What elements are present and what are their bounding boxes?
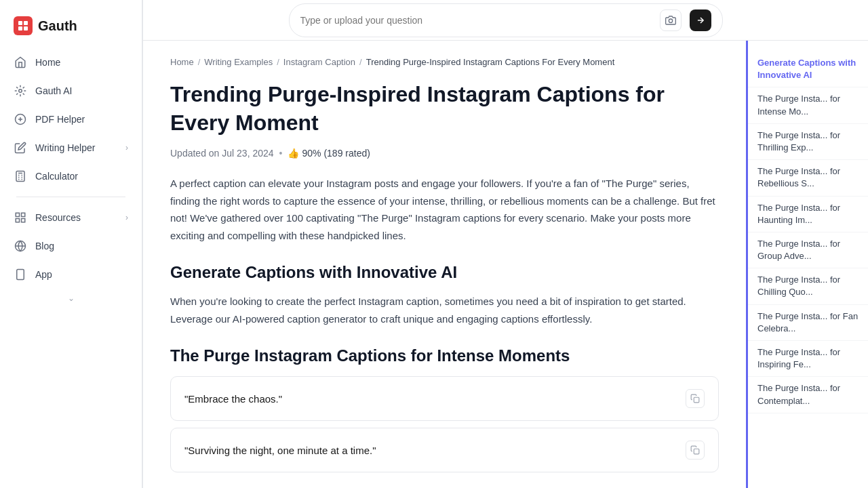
sidebar-item-home[interactable]: Home — [5, 49, 136, 76]
right-sidebar-item-7[interactable]: The Purge Insta... for Fan Celebra... — [748, 305, 868, 341]
sidebar-item-home-label: Home — [35, 57, 60, 68]
logo-icon — [14, 16, 33, 35]
sidebar-item-blog[interactable]: Blog — [5, 232, 136, 260]
right-sidebar: Generate Captions with Innovative AI The… — [746, 41, 868, 488]
breadcrumb-sep-2: / — [277, 57, 279, 67]
resources-icon — [14, 211, 27, 224]
svg-rect-1 — [24, 21, 28, 25]
right-sidebar-item-5[interactable]: The Purge Insta... for Group Adve... — [748, 232, 868, 268]
thumb-icon: 👍 — [288, 148, 299, 159]
breadcrumb-home[interactable]: Home — [170, 57, 194, 67]
svg-rect-3 — [24, 26, 28, 30]
sidebar-item-writing-helper-label: Writing Helper — [35, 142, 95, 153]
svg-rect-0 — [18, 21, 22, 25]
article-title: Trending Purge-Inspired Instagram Captio… — [170, 81, 719, 137]
caption-text-1: "Embrace the chaos." — [184, 393, 282, 405]
sidebar-navigation: Home Gauth AI PDF Helper Writing Helper … — [0, 49, 142, 288]
sidebar-item-resources[interactable]: Resources › — [5, 204, 136, 231]
ai-icon — [14, 84, 27, 98]
writing-icon — [14, 141, 27, 155]
caption-card-2: "Surviving the night, one minute at a ti… — [170, 428, 719, 472]
sidebar-item-calculator[interactable]: Calculator — [5, 163, 136, 190]
sidebar-item-app-label: App — [35, 269, 52, 280]
breadcrumb-instagram-caption[interactable]: Instagram Caption — [283, 57, 355, 67]
svg-rect-16 — [16, 213, 19, 216]
home-icon — [14, 56, 27, 69]
right-sidebar-item-9[interactable]: The Purge Insta... for Contemplat... — [748, 377, 868, 413]
section-title-generate: Generate Captions with Innovative AI — [170, 263, 719, 282]
right-sidebar-item-1[interactable]: The Purge Insta... for Intense Mo... — [748, 87, 868, 123]
blog-icon — [14, 239, 27, 253]
logo-text: Gauth — [38, 18, 77, 34]
article-intro: A perfect caption can elevate your Insta… — [170, 175, 719, 244]
main-wrapper: Home / Writing Examples / Instagram Capt… — [143, 0, 868, 488]
sidebar-item-app[interactable]: App — [5, 261, 136, 288]
svg-point-24 — [669, 19, 672, 22]
sidebar-scroll-indicator: ⌄ — [0, 288, 142, 308]
breadcrumb-sep-1: / — [198, 57, 201, 67]
copy-button-1[interactable] — [686, 389, 705, 408]
rating-badge: 👍 90% (189 rated) — [288, 148, 370, 159]
svg-rect-19 — [16, 219, 19, 222]
breadcrumb: Home / Writing Examples / Instagram Capt… — [170, 57, 719, 67]
article-meta: Updated on Jul 23, 2024 • 👍 90% (189 rat… — [170, 148, 719, 159]
right-sidebar-item-3[interactable]: The Purge Insta... for Rebellious S... — [748, 160, 868, 196]
header — [143, 0, 868, 41]
svg-rect-17 — [22, 213, 25, 216]
sidebar-divider — [16, 197, 125, 197]
camera-button[interactable] — [660, 9, 682, 31]
right-sidebar-item-8[interactable]: The Purge Insta... for Inspiring Fe... — [748, 341, 868, 377]
right-sidebar-item-0[interactable]: Generate Captions with Innovative AI — [748, 52, 868, 87]
pdf-icon — [14, 113, 27, 126]
breadcrumb-sep-3: / — [359, 57, 362, 67]
section-title-intense: The Purge Instagram Captions for Intense… — [170, 346, 719, 365]
article-updated: Updated on Jul 23, 2024 — [170, 148, 274, 159]
resources-chevron: › — [125, 213, 128, 222]
section-text-generate: When you're looking to create the perfec… — [170, 293, 719, 327]
svg-rect-2 — [18, 26, 22, 30]
breadcrumb-writing-examples[interactable]: Writing Examples — [204, 57, 273, 67]
sidebar-item-pdf-helper-label: PDF Helper — [35, 114, 85, 125]
app-icon — [14, 268, 27, 281]
sidebar-item-blog-label: Blog — [35, 241, 54, 251]
svg-rect-26 — [694, 397, 699, 403]
svg-point-4 — [19, 89, 22, 93]
breadcrumb-current: Trending Purge-Inspired Instagram Captio… — [366, 57, 615, 67]
search-submit-button[interactable] — [690, 9, 711, 31]
caption-card-1: "Embrace the chaos." — [170, 376, 719, 421]
right-sidebar-item-6[interactable]: The Purge Insta... for Chilling Quo... — [748, 268, 868, 304]
caption-text-2: "Surviving the night, one minute at a ti… — [184, 445, 376, 456]
calculator-icon — [14, 169, 27, 183]
svg-rect-18 — [22, 219, 25, 222]
writing-helper-chevron: › — [125, 143, 128, 152]
search-bar — [289, 3, 723, 37]
logo: Gauth — [0, 11, 142, 49]
sidebar-item-writing-helper[interactable]: Writing Helper › — [5, 134, 136, 161]
sidebar-item-resources-label: Resources — [35, 212, 81, 223]
sidebar-item-pdf-helper[interactable]: PDF Helper — [5, 106, 136, 133]
sidebar-item-gauth-ai[interactable]: Gauth AI — [5, 77, 136, 104]
rating-text: 90% (189 rated) — [302, 148, 370, 159]
sidebar-item-gauth-ai-label: Gauth AI — [35, 85, 72, 96]
right-sidebar-item-4[interactable]: The Purge Insta... for Haunting Im... — [748, 197, 868, 232]
article: Home / Writing Examples / Instagram Capt… — [143, 41, 746, 488]
svg-rect-27 — [694, 449, 699, 454]
search-input[interactable] — [300, 15, 654, 26]
meta-separator: • — [279, 148, 283, 159]
right-sidebar-item-2[interactable]: The Purge Insta... for Thrilling Exp... — [748, 124, 868, 160]
sidebar: Gauth Home Gauth AI PDF Helper — [0, 0, 142, 488]
sidebar-item-calculator-label: Calculator — [35, 171, 78, 182]
copy-button-2[interactable] — [686, 441, 705, 460]
content-area: Home / Writing Examples / Instagram Capt… — [143, 41, 868, 488]
